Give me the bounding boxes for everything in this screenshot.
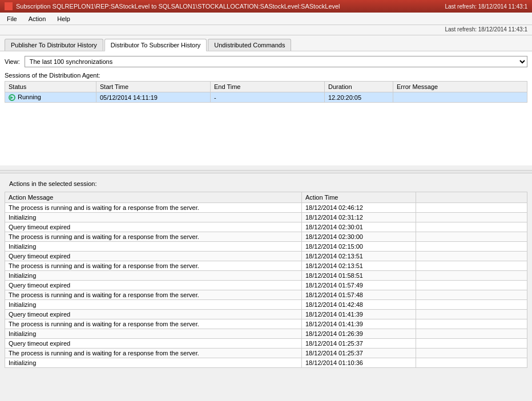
view-row: View: The last 100 synchronizations The … bbox=[5, 56, 527, 67]
tab-undistributed[interactable]: Undistributed Commands bbox=[208, 39, 291, 51]
page-wrapper: Subscription SQLREPLON1\REP:SAStockLevel… bbox=[0, 0, 532, 401]
action-extra bbox=[416, 281, 527, 290]
menu-action[interactable]: Action bbox=[26, 15, 49, 23]
col-action-time-header: Action Time bbox=[302, 192, 416, 203]
action-extra bbox=[416, 290, 527, 300]
action-message: Query timeout expired bbox=[5, 339, 302, 349]
actions-scroll: Action Message Action Time The process i… bbox=[5, 192, 527, 374]
menu-help[interactable]: Help bbox=[55, 15, 72, 23]
col-error-header: Error Message bbox=[393, 82, 527, 92]
actions-table: Action Message Action Time The process i… bbox=[5, 192, 527, 368]
action-message: Initializing bbox=[5, 300, 302, 310]
action-extra bbox=[416, 300, 527, 310]
action-message: Initializing bbox=[5, 358, 302, 368]
action-extra bbox=[416, 232, 527, 242]
action-time: 18/12/2014 02:46:12 bbox=[302, 203, 416, 213]
action-time: 18/12/2014 01:25:37 bbox=[302, 349, 416, 358]
table-row[interactable]: The process is running and is waiting fo… bbox=[5, 349, 527, 358]
session-duration: 12.20:20:05 bbox=[325, 92, 393, 103]
session-start-time: 05/12/2014 14:11:19 bbox=[96, 92, 211, 103]
action-message: Query timeout expired bbox=[5, 222, 302, 232]
table-row[interactable]: The process is running and is waiting fo… bbox=[5, 319, 527, 329]
action-message: The process is running and is waiting fo… bbox=[5, 203, 302, 213]
action-extra bbox=[416, 252, 527, 261]
sessions-table: Status Start Time End Time Duration Erro… bbox=[5, 81, 527, 103]
action-time: 18/12/2014 02:30:01 bbox=[302, 222, 416, 232]
last-refresh-bar: Last refresh: 18/12/2014 11:43:1 bbox=[0, 25, 532, 35]
action-message: Initializing bbox=[5, 242, 302, 252]
main-content: View: The last 100 synchronizations The … bbox=[0, 51, 532, 165]
table-row[interactable]: Query timeout expired18/12/2014 01:41:39 bbox=[5, 310, 527, 319]
last-refresh-text: Last refresh: 18/12/2014 11:43:1 bbox=[445, 26, 527, 33]
table-row[interactable]: Initializing18/12/2014 01:26:39 bbox=[5, 329, 527, 339]
col-status-header: Status bbox=[5, 82, 96, 92]
action-extra bbox=[416, 203, 527, 213]
tabs-container: Publisher To Distributor History Distrib… bbox=[0, 35, 532, 51]
sessions-header-row: Status Start Time End Time Duration Erro… bbox=[5, 82, 527, 92]
title-bar: Subscription SQLREPLON1\REP:SAStockLevel… bbox=[0, 0, 532, 13]
action-extra bbox=[416, 261, 527, 271]
table-row[interactable]: Query timeout expired18/12/2014 02:13:51 bbox=[5, 252, 527, 261]
title-text: Subscription SQLREPLON1\REP:SAStockLevel… bbox=[16, 3, 340, 10]
action-extra bbox=[416, 319, 527, 329]
table-row[interactable]: Query timeout expired18/12/2014 01:57:49 bbox=[5, 281, 527, 290]
action-time: 18/12/2014 01:25:37 bbox=[302, 339, 416, 349]
action-time: 18/12/2014 02:30:00 bbox=[302, 232, 416, 242]
tab-publisher-distributor[interactable]: Publisher To Distributor History bbox=[5, 39, 103, 51]
action-time: 18/12/2014 01:58:51 bbox=[302, 271, 416, 281]
action-extra bbox=[416, 339, 527, 349]
action-time: 18/12/2014 02:31:12 bbox=[302, 213, 416, 222]
running-icon bbox=[9, 94, 15, 101]
session-end-time: - bbox=[211, 92, 325, 103]
last-refresh-title: Last refresh: 18/12/2014 11:43:1 bbox=[445, 3, 527, 10]
actions-section: Actions in the selected session: Action … bbox=[0, 178, 532, 374]
table-row[interactable]: The process is running and is waiting fo… bbox=[5, 232, 527, 242]
action-extra bbox=[416, 271, 527, 281]
action-message: The process is running and is waiting fo… bbox=[5, 261, 302, 271]
table-row[interactable]: Initializing18/12/2014 02:15:00 bbox=[5, 242, 527, 252]
col-action-extra bbox=[416, 192, 527, 203]
table-row[interactable]: Initializing18/12/2014 01:58:51 bbox=[5, 271, 527, 281]
view-select[interactable]: The last 100 synchronizations The last 5… bbox=[25, 56, 527, 67]
action-extra bbox=[416, 213, 527, 222]
action-time: 18/12/2014 01:41:39 bbox=[302, 319, 416, 329]
action-message: Query timeout expired bbox=[5, 252, 302, 261]
session-error bbox=[393, 92, 527, 103]
table-row[interactable]: Query timeout expired18/12/2014 01:25:37 bbox=[5, 339, 527, 349]
table-row[interactable]: Query timeout expired18/12/2014 02:30:01 bbox=[5, 222, 527, 232]
actions-header-row: Action Message Action Time bbox=[5, 192, 527, 203]
tab-distributor-subscriber[interactable]: Distributor To Subscriber History bbox=[104, 39, 207, 51]
action-message: The process is running and is waiting fo… bbox=[5, 232, 302, 242]
col-end-header: End Time bbox=[211, 82, 325, 92]
menu-file[interactable]: File bbox=[5, 15, 19, 23]
view-label: View: bbox=[5, 58, 20, 65]
action-message: Query timeout expired bbox=[5, 310, 302, 319]
table-row[interactable]: Initializing18/12/2014 01:42:48 bbox=[5, 300, 527, 310]
section-divider bbox=[0, 170, 532, 173]
actions-label: Actions in the selected session: bbox=[5, 178, 527, 189]
sessions-label: Sessions of the Distribution Agent: bbox=[5, 72, 527, 79]
action-time: 18/12/2014 02:13:51 bbox=[302, 252, 416, 261]
menu-bar: File Action Help bbox=[0, 13, 532, 25]
table-row[interactable]: Running05/12/2014 14:11:19-12.20:20:05 bbox=[5, 92, 527, 103]
action-message: The process is running and is waiting fo… bbox=[5, 349, 302, 358]
col-action-msg-header: Action Message bbox=[5, 192, 302, 203]
action-message: The process is running and is waiting fo… bbox=[5, 290, 302, 300]
action-extra bbox=[416, 349, 527, 358]
col-duration-header: Duration bbox=[325, 82, 393, 92]
action-message: Initializing bbox=[5, 271, 302, 281]
action-time: 18/12/2014 01:57:49 bbox=[302, 281, 416, 290]
table-row[interactable]: The process is running and is waiting fo… bbox=[5, 203, 527, 213]
action-extra bbox=[416, 310, 527, 319]
session-status: Running bbox=[5, 92, 96, 103]
table-row[interactable]: Initializing18/12/2014 01:10:36 bbox=[5, 358, 527, 368]
action-time: 18/12/2014 02:15:00 bbox=[302, 242, 416, 252]
action-extra bbox=[416, 358, 527, 368]
action-time: 18/12/2014 02:13:51 bbox=[302, 261, 416, 271]
table-row[interactable]: Initializing18/12/2014 02:31:12 bbox=[5, 213, 527, 222]
table-row[interactable]: The process is running and is waiting fo… bbox=[5, 261, 527, 271]
table-row[interactable]: The process is running and is waiting fo… bbox=[5, 290, 527, 300]
action-message: Initializing bbox=[5, 213, 302, 222]
col-start-header: Start Time bbox=[96, 82, 211, 92]
action-message: Initializing bbox=[5, 329, 302, 339]
